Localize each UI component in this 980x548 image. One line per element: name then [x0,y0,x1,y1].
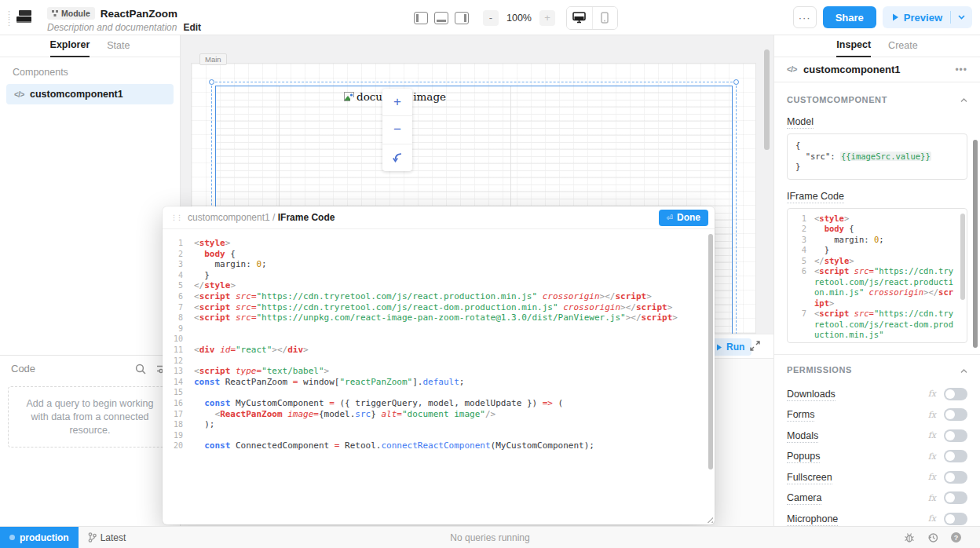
code-line: 16 const MyCustomComponent = ({ triggerQ… [163,398,715,409]
iframe-code-fullscreen-editor[interactable]: 1<style>2 body {3 margin: 0;4 }5</style>… [163,229,715,451]
zoom-out-button[interactable]: - [483,10,499,26]
code-line: 1<style> [788,214,965,225]
image-rotate-button[interactable] [382,144,412,171]
permission-label: Forms [787,409,928,420]
code-line: 7<script src="https://cdn.tryretool.com/… [788,309,965,341]
explorer-item-customcomponent1[interactable]: </> customcomponent1 [6,84,174,104]
fx-icon[interactable]: fx [928,389,936,399]
toggle-left-panel-button[interactable] [414,12,428,24]
modal-scrollbar[interactable] [708,234,713,469]
retool-logo-icon[interactable] [16,9,35,25]
image-zoom-out-button[interactable]: − [382,115,412,143]
module-grid-icon [52,10,58,16]
module-description: Description and documentation [47,22,177,33]
code-line: 2 body { [163,249,715,260]
tab-inspect[interactable]: Inspect [836,39,871,57]
model-editor[interactable]: { "src": {{imageSrc.value}}} [787,133,967,180]
modal-resize-handle[interactable] [705,515,713,523]
image-zoom-in-button[interactable]: + [382,89,412,115]
inspector-scrollbar[interactable] [973,140,978,348]
line-number: 14 [163,377,183,388]
permission-row-camera: Camerafx [774,488,980,509]
permission-toggle[interactable] [944,408,967,421]
line-number: 13 [163,366,183,377]
component-menu-button[interactable]: ••• [955,64,967,75]
preview-dropdown-button[interactable] [950,11,972,24]
iframe-code-scrollbar[interactable] [960,214,965,300]
toggle-bottom-panel-button[interactable] [434,12,448,24]
line-number: 10 [163,334,183,345]
search-icon[interactable] [135,364,146,374]
inspector-sidebar: Inspect Create </> customcomponent1 ••• … [773,35,980,526]
code-line: "src": {{imageSrc.value}} [795,152,959,163]
status-bar: production Latest No queries running ? [0,526,980,548]
done-button[interactable]: ⏎ Done [659,210,708,226]
permission-toggle[interactable] [944,513,967,525]
permission-toggle[interactable] [944,450,967,462]
iframe-code-editor[interactable]: 1<style>2 body {3 margin: 0;4 }5</style>… [787,208,967,343]
branch-selector[interactable]: Latest [88,532,126,543]
run-query-button[interactable]: Run [709,338,751,356]
resize-handle-top-right[interactable] [733,79,739,85]
resize-handle-top-left[interactable] [209,79,214,85]
share-button[interactable]: Share [823,6,876,28]
permission-toggle[interactable] [944,491,967,504]
broken-image-icon [344,92,355,102]
permission-label: Popups [787,451,928,462]
modal-breadcrumb: customcomponent1 / IFrame Code [188,212,659,223]
edit-description-button[interactable]: Edit [183,22,201,33]
code-query-panel: Code Add a query to begin working with d… [0,355,180,448]
expand-editor-icon[interactable] [750,341,760,353]
line-number: 1 [788,214,806,225]
monitor-icon [572,12,586,24]
zoom-in-button[interactable]: + [539,10,555,26]
toggle-right-panel-button[interactable] [455,12,469,24]
preview-button[interactable]: Preview [883,12,950,24]
tab-state[interactable]: State [107,40,130,57]
module-title: ReactPanZoom [101,8,177,20]
frame-label[interactable]: Main [199,53,227,65]
permission-toggle[interactable] [944,471,967,484]
tab-explorer[interactable]: Explorer [50,39,90,57]
permission-toggle[interactable] [944,429,967,442]
fx-icon[interactable]: fx [928,451,936,462]
fx-icon[interactable]: fx [928,430,936,440]
fx-icon[interactable]: fx [928,493,936,503]
chevron-down-icon [958,15,965,20]
more-options-button[interactable]: ··· [793,6,817,28]
app-drag-handle-icon[interactable]: ⋮⋮ [5,10,13,26]
code-line: 6<script src="https://cdn.tryretool.com/… [788,266,965,309]
line-number: 15 [163,387,183,398]
code-line: 5</style> [163,280,715,291]
code-line: 2 body { [788,224,965,235]
collapse-section-icon[interactable] [960,93,967,105]
desktop-view-button[interactable] [567,7,592,29]
line-number: 17 [163,409,183,420]
history-icon[interactable] [927,532,938,543]
components-section-label: Components [0,57,180,84]
line-number: 3 [163,259,183,270]
fx-icon[interactable]: fx [928,410,936,420]
tab-create[interactable]: Create [888,40,918,57]
debug-bug-icon[interactable] [904,532,915,543]
query-empty-state: Add a query to begin working with data f… [8,386,172,448]
fx-icon[interactable]: fx [928,513,936,524]
permission-row-fullscreen: Fullscreenfx [774,467,980,488]
line-number: 19 [163,430,183,441]
mobile-view-button[interactable] [592,7,617,29]
inspected-component-name: customcomponent1 [803,64,949,75]
code-line: 10 [163,334,715,345]
permission-toggle[interactable] [944,388,967,400]
line-number: 7 [163,302,183,313]
code-line: 18 ); [163,419,715,430]
modal-drag-handle-icon[interactable]: ⋮⋮ [170,214,181,221]
code-line: } [795,162,959,173]
play-icon [716,344,722,351]
environment-selector[interactable]: production [0,527,79,548]
help-icon[interactable]: ? [951,532,961,543]
retool-module-editor: ⋮⋮ Module ReactPanZoom Description and d… [0,0,980,548]
fx-icon[interactable]: fx [928,472,936,482]
canvas-zoom-level[interactable]: 100% [506,13,532,24]
collapse-section-icon[interactable] [960,364,967,376]
canvas-vertical-scrollbar[interactable] [764,49,770,150]
